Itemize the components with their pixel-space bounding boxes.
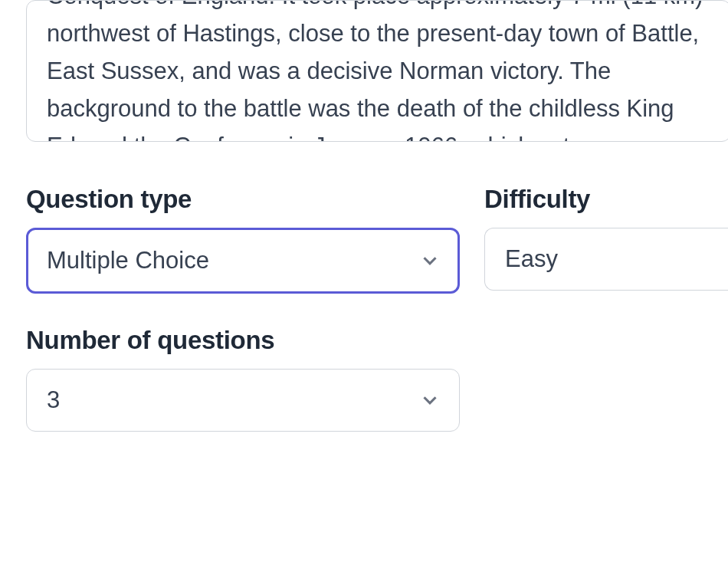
question-type-group: Question type Multiple Choice <box>26 185 460 294</box>
form-row-2: Number of questions 3 <box>26 326 728 432</box>
form-row-1: Question type Multiple Choice Difficulty… <box>26 185 728 294</box>
num-questions-select-wrap: 3 <box>26 369 460 432</box>
source-text-content: Conquest of England. It took place appro… <box>47 0 710 142</box>
num-questions-select[interactable]: 3 <box>26 369 460 432</box>
difficulty-select[interactable]: Easy <box>484 228 728 291</box>
num-questions-label: Number of questions <box>26 326 460 355</box>
question-type-select-wrap: Multiple Choice <box>26 228 460 294</box>
difficulty-value: Easy <box>505 245 558 273</box>
difficulty-select-wrap: Easy <box>484 228 728 291</box>
difficulty-group: Difficulty Easy <box>484 185 728 294</box>
num-questions-group: Number of questions 3 <box>26 326 460 432</box>
difficulty-label: Difficulty <box>484 185 728 214</box>
form-viewport: Conquest of England. It took place appro… <box>0 0 728 575</box>
question-type-label: Question type <box>26 185 460 214</box>
source-text-area[interactable]: Conquest of England. It took place appro… <box>26 0 728 142</box>
question-type-value: Multiple Choice <box>47 247 209 274</box>
question-type-select[interactable]: Multiple Choice <box>26 228 460 294</box>
num-questions-value: 3 <box>47 386 60 414</box>
